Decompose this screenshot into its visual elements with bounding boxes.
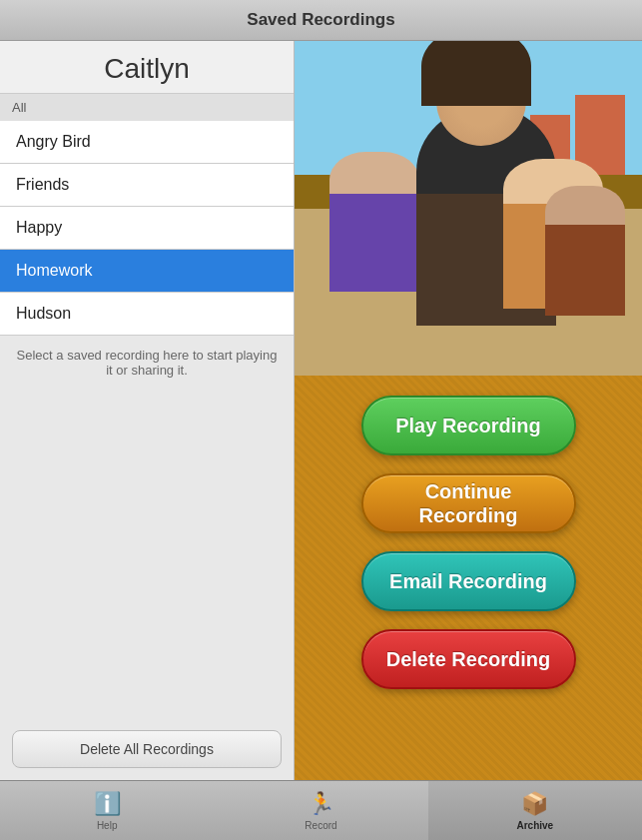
left-panel: Caitlyn All Angry Bird Friends Happy Hom… <box>0 41 295 780</box>
tab-help-label: Help <box>97 820 118 831</box>
tab-help[interactable]: ℹ️ Help <box>0 781 214 840</box>
photo-scene <box>295 41 642 376</box>
record-icon: 🏃 <box>308 791 334 817</box>
list-item-selected[interactable]: Homework <box>0 250 294 293</box>
play-recording-button[interactable]: Play Recording <box>361 396 576 455</box>
tab-bar: ℹ️ Help 🏃 Record 📦 Archive <box>0 780 642 840</box>
list-item[interactable]: Hudson <box>0 293 294 336</box>
photo-container <box>295 41 642 376</box>
right-panel: Play Recording ContinueRecording Email R… <box>295 41 642 780</box>
help-icon: ℹ️ <box>94 791 121 817</box>
continue-recording-button[interactable]: ContinueRecording <box>361 473 576 533</box>
list-item[interactable]: Friends <box>0 164 294 207</box>
delete-all-button[interactable]: Delete All Recordings <box>12 730 282 768</box>
tab-record-label: Record <box>305 820 336 831</box>
delete-recording-button[interactable]: Delete Recording <box>361 629 576 689</box>
buttons-area: Play Recording ContinueRecording Email R… <box>295 376 642 709</box>
tab-archive[interactable]: 📦 Archive <box>428 781 642 840</box>
list-item[interactable]: Happy <box>0 207 294 250</box>
tab-record[interactable]: 🏃 Record <box>214 781 427 840</box>
figure-bg3 <box>329 152 419 292</box>
main-content: Caitlyn All Angry Bird Friends Happy Hom… <box>0 41 642 780</box>
top-bar: Saved Recordings <box>0 0 642 41</box>
hint-text: Select a saved recording here to start p… <box>0 336 294 722</box>
tab-archive-label: Archive <box>516 820 553 831</box>
email-recording-button[interactable]: Email Recording <box>361 551 576 611</box>
figure-bg2 <box>545 186 625 316</box>
person-name: Caitlyn <box>0 41 294 94</box>
section-label: All <box>0 94 294 121</box>
top-bar-title: Saved Recordings <box>247 10 394 29</box>
list-item[interactable]: Angry Bird <box>0 121 294 164</box>
archive-icon: 📦 <box>521 791 548 817</box>
